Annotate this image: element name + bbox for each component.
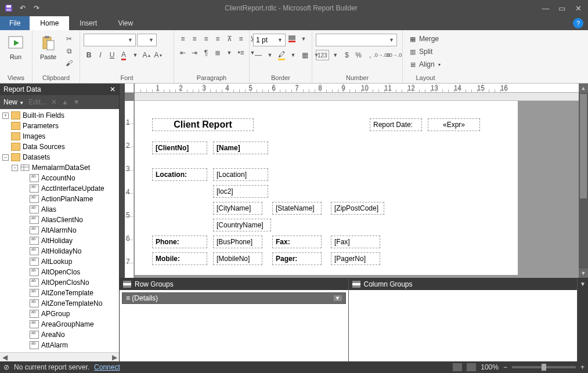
tree-field[interactable]: AccountNo [0,173,119,183]
align-middle-icon[interactable]: ≡ [236,34,246,44]
minimize-icon[interactable]: — [540,3,551,13]
new-button[interactable]: New ▼ [3,98,24,106]
pager-label[interactable]: Pager: [272,252,322,265]
zoom-slider[interactable] [512,366,576,368]
country-field[interactable]: [CountryName] [213,219,271,231]
border-width-select[interactable]: 1 pt▼ [253,34,286,46]
name-field[interactable]: [Name] [213,142,268,154]
tree-field[interactable]: Alias [0,204,119,215]
tree-field[interactable]: AltHolidayNo [0,246,119,256]
mobile-label[interactable]: Mobile: [152,252,207,265]
tree-field[interactable]: AltOpenClos [0,267,119,277]
maximize-icon[interactable]: ▭ [557,3,567,13]
tree-images[interactable]: Images [0,131,119,142]
tab-view[interactable]: View [107,16,143,30]
number-placeholder-dropdown-icon[interactable]: ▼ [330,50,341,60]
number-placeholder-icon[interactable]: 123 [316,50,329,60]
border-style-dropdown-icon[interactable]: ▼ [265,50,275,60]
scroll-down-icon[interactable]: ▼ [579,269,588,278]
increase-indent-icon[interactable]: ⇥ [189,48,200,58]
zip-field[interactable]: [ZipPostCode] [331,202,384,215]
clientno-field[interactable]: [ClientNo] [152,142,207,154]
close-icon[interactable]: ✕ [573,3,583,13]
design-canvas[interactable]: Client Report Report Date: «Expr» [Clien… [135,101,579,278]
bold-icon[interactable]: B [84,50,94,60]
tree-dataset[interactable]: −MemalarmDataSet [0,162,119,173]
fill-dropdown-icon[interactable]: ▼ [288,50,298,60]
align-top-icon[interactable]: ⊼ [224,34,235,44]
design-vscrollbar[interactable]: ▲ ▼ [579,84,588,278]
tree-field[interactable]: AreaGroupName [0,319,119,329]
fax-label[interactable]: Fax: [272,236,322,248]
zoom-out-icon[interactable]: − [503,363,507,371]
scroll-right-icon[interactable]: ▶ [110,353,119,361]
numbered-dropdown-icon[interactable]: ▼ [224,48,235,58]
tree-expander-icon[interactable]: − [12,165,18,171]
borders-icon[interactable]: ▦ [300,50,310,60]
tree-builtin-fields[interactable]: +Built-in Fields [0,110,119,121]
report-date-expr[interactable]: «Expr» [428,118,480,131]
tree-field[interactable]: AttAlarm [0,340,119,350]
align-left-icon[interactable]: ≡ [178,34,188,44]
scroll-thumb[interactable] [580,94,587,198]
tree-field[interactable]: AltZoneTemplateNo [0,298,119,309]
design-mode-icon[interactable] [453,363,462,371]
italic-icon[interactable]: I [95,50,106,60]
font-color-dropdown-icon[interactable]: ▼ [130,50,140,60]
align-right-icon[interactable]: ≡ [201,34,211,44]
zoom-in-icon[interactable]: + [580,363,585,371]
report-date-label[interactable]: Report Date: [370,118,422,131]
report-body[interactable]: Client Report Report Date: «Expr» [Clien… [135,101,518,275]
help-icon[interactable]: ? [573,18,583,28]
decrease-indent-icon[interactable]: ⇤ [178,48,188,58]
city-field[interactable]: [CityName] [213,202,262,215]
underline-icon[interactable]: U [107,50,117,60]
tree-field[interactable]: AcctInterfaceUpdate [0,183,119,194]
border-style-icon[interactable]: — [253,50,264,60]
split-button[interactable]: ▥Split [406,46,443,57]
phone-field[interactable]: [BusPhone] [213,236,262,248]
pager-field[interactable]: [PagerNo] [331,252,380,265]
font-family-select[interactable]: ▼ [84,34,136,46]
tree-expander-icon[interactable]: + [2,113,9,119]
location-label[interactable]: Location: [152,168,207,181]
scroll-left-icon[interactable]: ◀ [0,353,9,361]
merge-button[interactable]: ▦Merge [406,34,443,44]
tree-parameters[interactable]: Parameters [0,121,119,131]
undo-icon[interactable]: ↶ [17,3,28,13]
number-format-select[interactable]: ▼ [316,34,397,46]
fax-field[interactable]: [Fax] [331,236,380,248]
font-size-select[interactable]: ▼ [137,34,157,46]
tree-datasets[interactable]: −Datasets [0,152,119,162]
details-dropdown-icon[interactable]: ▼ [334,295,342,301]
decrease-decimal-icon[interactable]: .00→.0 [388,50,399,60]
cut-icon[interactable]: ✂ [64,34,74,44]
font-color-icon[interactable]: A [118,50,129,60]
tree-field[interactable]: AltAlarmNo [0,225,119,236]
fill-color-icon[interactable]: 🖍 [276,50,287,60]
loc2-field[interactable]: [loc2] [213,185,268,198]
report-title[interactable]: Client Report [152,118,254,131]
align-center-icon[interactable]: ≡ [189,34,200,44]
tree-expander-icon[interactable]: − [2,154,9,161]
tree-field[interactable]: APGroup [0,309,119,319]
run-button[interactable]: Run [3,34,28,60]
tree-field[interactable]: AliasClientNo [0,215,119,225]
border-color-dropdown-icon[interactable]: ▼ [298,34,309,44]
connect-link[interactable]: Connect [94,363,120,371]
tree-field[interactable]: AltOpenClosNo [0,277,119,288]
file-menu[interactable]: File [0,16,30,30]
tree-field[interactable]: ActionPlanName [0,194,119,204]
format-painter-icon[interactable]: 🖌 [64,58,74,68]
details-group[interactable]: ≡ (Details) ▼ [122,292,346,304]
tree-field[interactable]: AltHoliday [0,236,119,246]
mobile-field[interactable]: [MobileNo] [213,252,262,265]
groups-collapse-icon[interactable]: ▼ [578,278,588,361]
tree-field[interactable]: AreaNo [0,329,119,340]
save-icon[interactable] [3,3,14,13]
tab-insert[interactable]: Insert [69,16,107,30]
shrink-font-icon[interactable]: A▼ [153,50,164,60]
currency-icon[interactable]: $ [342,50,352,60]
tree-field[interactable]: AltZoneTemplate [0,288,119,298]
tree-hscrollbar[interactable]: ◀ ▶ [0,352,119,361]
